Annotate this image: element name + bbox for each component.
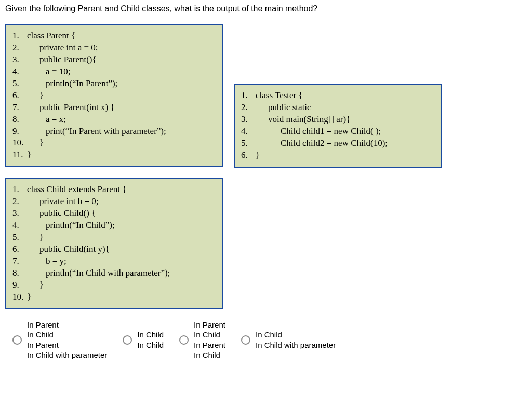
line-number: 4.: [12, 220, 27, 232]
code-text: }: [27, 279, 44, 291]
line-number: 3.: [241, 114, 256, 126]
code-text: Child child1 = new Child( );: [256, 126, 381, 138]
code-line: 1.class Child extends Parent {: [12, 184, 216, 196]
code-text: public Child() {: [27, 208, 96, 220]
code-text: }: [256, 150, 260, 161]
code-line: 7.public Parent(int x) {: [12, 102, 216, 114]
code-line: 8.a = x;: [12, 114, 216, 126]
code-text: class Child extends Parent {: [27, 184, 126, 196]
code-line: 11.}: [12, 149, 216, 161]
line-number: 7.: [12, 255, 27, 267]
code-text: }: [27, 291, 31, 303]
answer-option-d[interactable]: In Child In Child with parameter: [241, 320, 336, 360]
line-number: 3.: [12, 54, 27, 66]
code-text: public Parent(int x) {: [27, 102, 115, 114]
code-line: 6.}: [241, 150, 434, 161]
code-text: print(“In Parent with parameter”);: [27, 126, 166, 138]
code-line: 2.private int a = 0;: [12, 42, 216, 54]
line-number: 3.: [12, 208, 27, 220]
line-number: 5.: [12, 232, 27, 243]
code-text: public Parent(){: [27, 54, 97, 66]
code-line: 4.Child child1 = new Child( );: [241, 126, 434, 138]
code-text: println(“In Child with parameter”);: [27, 267, 170, 279]
line-number: 6.: [241, 150, 256, 161]
code-text: public static: [256, 102, 311, 114]
code-line: 6.}: [12, 90, 216, 102]
line-number: 9.: [12, 126, 27, 138]
code-line: 3.void main(String[] ar){: [241, 114, 434, 126]
radio-icon: [179, 335, 189, 345]
line-number: 8.: [12, 267, 27, 279]
code-line: 4.println(“In Child”);: [12, 220, 216, 232]
line-number: 1.: [12, 30, 27, 42]
line-number: 5.: [12, 78, 27, 90]
answer-text: In Child In Child: [137, 330, 164, 350]
code-text: println(“In Parent”);: [27, 78, 117, 90]
code-line: 5.}: [12, 232, 216, 243]
code-line: 7.b = y;: [12, 255, 216, 267]
code-line: 5.Child child2 = new Child(10);: [241, 138, 434, 150]
answer-text: In Parent In Child In Parent In Child: [194, 320, 225, 360]
code-text: public Child(int y){: [27, 243, 110, 255]
line-number: 9.: [12, 279, 27, 291]
answer-options: In Parent In Child In Parent In Child wi…: [5, 320, 527, 360]
code-block-child: 1.class Child extends Parent {2.private …: [5, 178, 223, 309]
code-line: 9.}: [12, 279, 216, 291]
code-text: b = y;: [27, 255, 66, 267]
code-line: 5.println(“In Parent”);: [12, 78, 216, 90]
radio-icon: [123, 335, 132, 345]
line-number: 11.: [12, 149, 27, 161]
line-number: 7.: [12, 102, 27, 114]
line-number: 4.: [241, 126, 256, 138]
code-text: private int b = 0;: [27, 196, 98, 208]
code-text: class Tester {: [256, 90, 303, 102]
code-text: println(“In Child”);: [27, 220, 115, 232]
code-line: 2.private int b = 0;: [12, 196, 216, 208]
code-line: 3.public Child() {: [12, 208, 216, 220]
code-line: 10.}: [12, 291, 216, 303]
line-number: 8.: [12, 114, 27, 126]
code-line: 1.class Parent {: [12, 30, 216, 42]
code-line: 1.class Tester {: [241, 90, 434, 102]
line-number: 2.: [12, 196, 27, 208]
line-number: 5.: [241, 138, 256, 150]
code-line: 3.public Parent(){: [12, 54, 216, 66]
line-number: 6.: [12, 243, 27, 255]
code-line: 4.a = 10;: [12, 66, 216, 78]
answer-option-b[interactable]: In Child In Child: [123, 320, 164, 360]
code-line: 9.print(“In Parent with parameter”);: [12, 126, 216, 138]
code-text: }: [27, 137, 44, 149]
line-number: 10.: [12, 137, 27, 149]
answer-option-c[interactable]: In Parent In Child In Parent In Child: [179, 320, 225, 360]
answer-text: In Child In Child with parameter: [256, 330, 336, 350]
code-text: }: [27, 232, 44, 243]
question-text: Given the following Parent and Child cla…: [5, 4, 527, 13]
code-line: 10.}: [12, 137, 216, 149]
code-text: private int a = 0;: [27, 42, 98, 54]
code-line: 8.println(“In Child with parameter”);: [12, 267, 216, 279]
line-number: 6.: [12, 90, 27, 102]
code-block-parent: 1.class Parent {2.private int a = 0;3.pu…: [5, 24, 223, 167]
code-text: }: [27, 149, 31, 161]
code-text: a = 10;: [27, 66, 70, 78]
line-number: 10.: [12, 291, 27, 303]
code-container: 1.class Parent {2.private int a = 0;3.pu…: [5, 24, 527, 309]
radio-icon: [241, 335, 250, 345]
code-text: void main(String[] ar){: [256, 114, 350, 126]
line-number: 1.: [241, 90, 256, 102]
code-text: a = x;: [27, 114, 66, 126]
code-text: class Parent {: [27, 30, 75, 42]
code-text: Child child2 = new Child(10);: [256, 138, 388, 150]
code-text: }: [27, 90, 44, 102]
line-number: 2.: [12, 42, 27, 54]
code-line: 6.public Child(int y){: [12, 243, 216, 255]
radio-icon: [12, 335, 22, 345]
line-number: 4.: [12, 66, 27, 78]
code-block-tester: 1.class Tester {2.public static3.void ma…: [234, 84, 442, 168]
answer-text: In Parent In Child In Parent In Child wi…: [27, 320, 107, 360]
line-number: 2.: [241, 102, 256, 114]
answer-option-a[interactable]: In Parent In Child In Parent In Child wi…: [12, 320, 107, 360]
code-line: 2.public static: [241, 102, 434, 114]
line-number: 1.: [12, 184, 27, 196]
